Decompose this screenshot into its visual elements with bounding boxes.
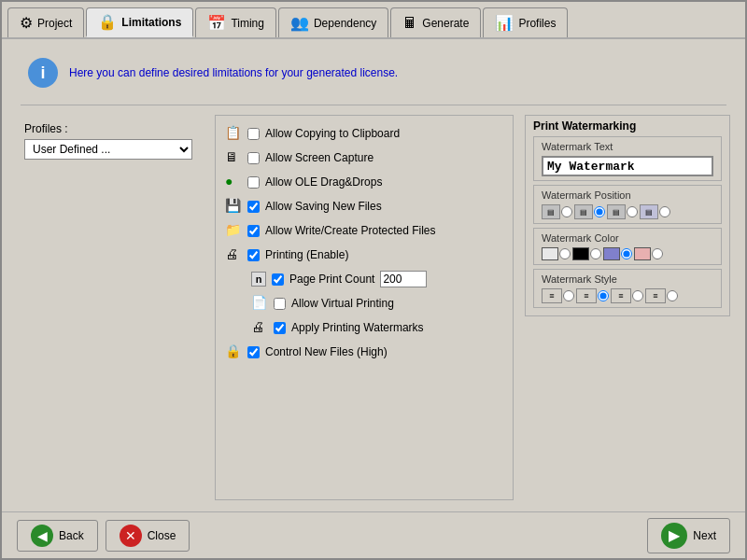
checkbox-saving-files[interactable] [247,201,260,213]
position-radio-3[interactable] [627,206,638,217]
color-radio-black[interactable] [590,248,601,259]
checkbox-control-new-files[interactable] [247,346,260,358]
tab-generate[interactable]: 🖩 Generate [390,7,481,37]
info-banner: i Here you can define desired limitation… [17,50,730,95]
checkbox-printing[interactable] [247,249,260,261]
position-option-2: ▤ [574,204,605,219]
style-radio-3[interactable] [632,290,643,301]
watermark-text-section: Watermark Text [533,136,722,181]
screen-capture-icon: 🖥 [225,149,242,166]
label-printing: Printing (Enable) [265,248,348,261]
pos-icon-2: ▤ [574,204,593,219]
style-option-2: ≡ [576,288,609,303]
dependency-icon: 👥 [290,14,309,32]
watermark-color-section: Watermark Color [533,228,722,265]
tab-timing[interactable]: 📅 Timing [195,7,276,37]
row-ole-drag: ● Allow OLE Drag&Drops [225,172,503,192]
watermark-text-input[interactable] [542,156,713,176]
watermark-text-label: Watermark Text [542,141,713,152]
checkbox-copy-clipboard[interactable] [247,128,260,140]
watermark-style-options: ≡ ≡ ≡ ≡ [542,288,713,303]
checkbox-ole-drag[interactable] [247,176,260,189]
style-radio-4[interactable] [667,290,678,301]
main-area: Profiles : User Defined ... 📋 Allow Copy… [17,115,730,500]
content-area: i Here you can define desired limitation… [2,39,745,511]
tab-limitations[interactable]: 🔒 Limitations [86,7,193,37]
style-icon-4: ≡ [645,288,666,303]
next-icon: ▶ [661,523,687,549]
label-saving-files: Allow Saving New Files [265,200,382,213]
close-button[interactable]: ✕ Close [106,520,190,552]
label-control-new-files: Control New Files (High) [265,345,388,358]
tab-project[interactable]: ⚙ Project [7,7,84,37]
style-option-1: ≡ [542,288,574,303]
color-radio-pink[interactable] [652,248,663,259]
row-apply-watermarks: 🖨 Apply Printing Watermarks [251,317,503,338]
color-option-white [542,247,571,260]
style-icon-2: ≡ [576,288,597,303]
row-virtual-printing: 📄 Allow Virtual Printing [251,293,503,314]
row-write-create: 📁 Allow Write/Create Protected Files [225,220,503,241]
label-copy-clipboard: Allow Copying to Clipboard [265,127,400,140]
label-write-create: Allow Write/Create Protected Files [265,224,436,237]
checkbox-virtual-printing[interactable] [274,298,286,310]
tab-profiles[interactable]: 📊 Profiles [483,7,568,37]
checkbox-apply-watermarks[interactable] [274,322,286,334]
generate-icon: 🖩 [402,15,417,32]
profiles-icon: 📊 [495,14,514,32]
checkbox-screen-capture[interactable] [247,152,260,164]
write-create-icon: 📁 [225,222,242,239]
position-radio-1[interactable] [561,206,572,217]
back-button[interactable]: ◀ Back [17,520,98,552]
watermark-position-options: ▤ ▤ ▤ ▤ [542,204,713,219]
row-control-new-files: 🔒 Control New Files (High) [225,342,503,362]
style-option-4: ≡ [645,288,678,303]
pos-icon-4: ▤ [640,204,658,219]
row-screen-capture: 🖥 Allow Screen Capture [225,147,503,168]
left-panel: Profiles : User Defined ... [17,115,204,500]
watermark-position-label: Watermark Position [542,189,713,201]
tab-dependency[interactable]: 👥 Dependency [278,7,388,37]
page-count-icon: n [251,272,266,287]
checkbox-page-print-count[interactable] [272,273,284,286]
row-saving-files: 💾 Allow Saving New Files [225,196,503,217]
color-option-blue [603,247,632,260]
project-icon: ⚙ [20,14,33,32]
center-panel: 📋 Allow Copying to Clipboard 🖥 Allow Scr… [215,115,514,500]
printing-icon: 🖨 [225,246,242,263]
ole-drag-icon: ● [225,174,242,190]
style-icon-3: ≡ [611,288,631,303]
divider [21,105,726,105]
row-printing: 🖨 Printing (Enable) [225,245,503,265]
color-box-white [542,247,558,260]
color-box-black [572,247,589,260]
style-radio-2[interactable] [598,290,609,301]
watermark-color-options [542,247,713,260]
next-button[interactable]: ▶ Next [647,518,730,553]
label-screen-capture: Allow Screen Capture [265,151,374,164]
checkbox-write-create[interactable] [247,225,260,237]
style-radio-1[interactable] [563,290,574,301]
watermarks-icon: 🖨 [251,319,268,336]
saving-files-icon: 💾 [225,198,242,215]
label-page-print-count: Page Print Count [289,273,374,286]
profiles-select[interactable]: User Defined ... [24,139,192,160]
label-ole-drag: Allow OLE Drag&Drops [265,175,382,189]
position-radio-2[interactable] [594,206,605,217]
watermark-section: Print Watermarking Watermark Text Waterm… [525,115,730,316]
style-option-3: ≡ [611,288,643,303]
right-panel: Print Watermarking Watermark Text Waterm… [525,115,730,500]
color-radio-white[interactable] [559,248,571,259]
watermark-section-title: Print Watermarking [533,119,722,133]
bottom-left-buttons: ◀ Back ✕ Close [17,520,190,552]
timing-icon: 📅 [207,14,226,32]
position-radio-4[interactable] [659,206,670,217]
main-window: ⚙ Project 🔒 Limitations 📅 Timing 👥 Depen… [0,0,747,560]
close-icon: ✕ [120,525,142,547]
watermark-color-label: Watermark Color [542,232,713,244]
profiles-label: Profiles : [24,122,196,135]
color-radio-blue[interactable] [621,248,632,259]
info-icon: i [28,58,58,88]
page-print-count-input[interactable] [380,271,427,287]
label-virtual-printing: Allow Virtual Printing [291,297,394,310]
